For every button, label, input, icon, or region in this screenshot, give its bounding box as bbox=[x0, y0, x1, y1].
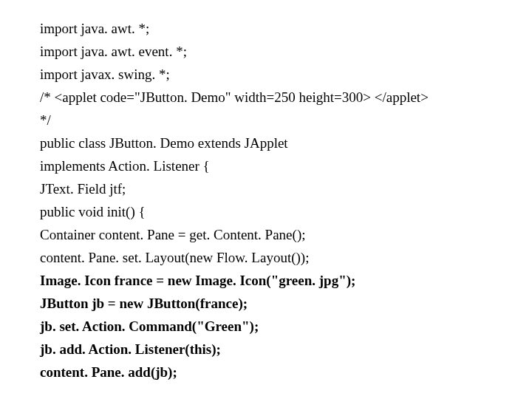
code-line-11: content. Pane. set. Layout(new Flow. Lay… bbox=[40, 247, 532, 270]
code-line-13: JButton jb = new JButton(france); bbox=[40, 293, 532, 316]
code-line-3: import javax. swing. *; bbox=[40, 64, 532, 86]
code-line-2: import java. awt. event. *; bbox=[40, 41, 532, 64]
code-line-5: */ bbox=[40, 109, 532, 132]
code-line-16: content. Pane. add(jb); bbox=[40, 361, 532, 384]
code-line-10: Container content. Pane = get. Content. … bbox=[40, 224, 532, 247]
code-line-7: implements Action. Listener { bbox=[40, 155, 532, 178]
code-line-6: public class JButton. Demo extends JAppl… bbox=[40, 132, 532, 155]
code-line-1: import java. awt. *; bbox=[40, 18, 532, 41]
code-block: import java. awt. *;import java. awt. ev… bbox=[0, 0, 532, 384]
code-line-9: public void init() { bbox=[40, 201, 532, 224]
code-line-4: /* <applet code="JButton. Demo" width=25… bbox=[40, 86, 532, 109]
code-line-14: jb. set. Action. Command("Green"); bbox=[40, 316, 532, 338]
code-line-15: jb. add. Action. Listener(this); bbox=[40, 338, 532, 361]
code-line-8: JText. Field jtf; bbox=[40, 178, 532, 201]
code-line-12: Image. Icon france = new Image. Icon("gr… bbox=[40, 270, 532, 293]
